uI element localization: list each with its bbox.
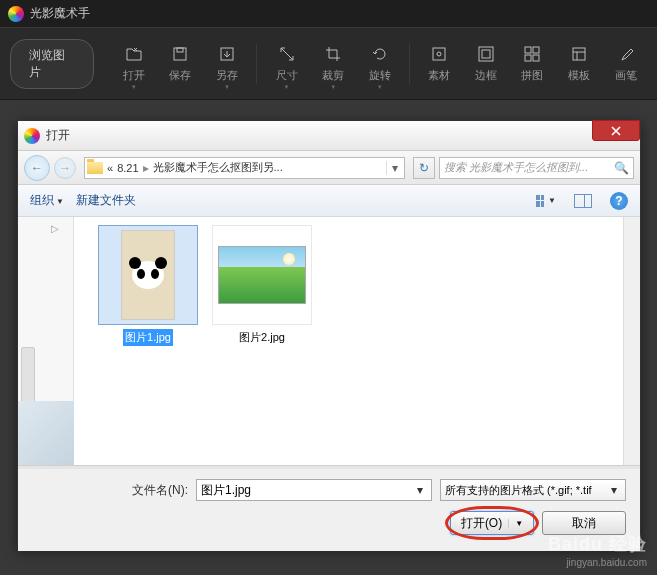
brush-icon (616, 44, 636, 64)
help-button[interactable]: ? (610, 192, 628, 210)
rotate-icon (370, 44, 390, 64)
open-dialog: 打开 ← → « 8.21 ▸ 光影魔术手怎么抠图到另... ▾ ↻ 搜索 光影… (17, 120, 641, 548)
chevron-down-icon: ▼ (131, 84, 137, 90)
close-button[interactable] (592, 120, 640, 141)
view-mode-button[interactable]: ▼ (536, 193, 556, 209)
tool-brush[interactable]: 画笔 (604, 36, 647, 92)
arrow-left-icon: ← (31, 161, 43, 175)
dialog-toolbar: 组织▼ 新建文件夹 ▼ ? (18, 185, 640, 217)
tool-open[interactable]: 打开 ▼ (112, 36, 155, 92)
resize-icon (277, 44, 297, 64)
material-icon (429, 44, 449, 64)
chevron-right-icon: ▸ (143, 161, 149, 175)
save-icon (170, 44, 190, 64)
arrow-right-icon: → (59, 161, 71, 175)
address-dropdown[interactable]: ▾ (386, 161, 402, 175)
close-icon (610, 126, 622, 136)
tool-saveas[interactable]: 另存 ▼ (206, 36, 249, 92)
dialog-title: 打开 (46, 127, 70, 144)
chevron-down-icon[interactable]: ▾ (413, 483, 427, 497)
tool-template[interactable]: 模板 (558, 36, 601, 92)
open-icon (124, 44, 144, 64)
svg-rect-3 (433, 48, 445, 60)
file-item[interactable]: 图片1.jpg (98, 225, 198, 346)
cancel-button[interactable]: 取消 (542, 511, 626, 535)
svg-rect-9 (525, 55, 531, 61)
crop-icon (323, 44, 343, 64)
svg-rect-5 (479, 47, 493, 61)
chevron-down-icon[interactable]: ▼ (508, 519, 523, 528)
folder-tree-panel[interactable]: ▷ (18, 217, 74, 465)
search-placeholder: 搜索 光影魔术手怎么抠图到... (444, 160, 614, 175)
file-list[interactable]: 图片1.jpg 图片2.jpg (74, 217, 623, 465)
main-toolbar: 浏览图片 打开 ▼ 保存 另存 ▼ 尺寸 ▼ 裁剪 ▼ 旋转 ▼ 素材 边框 (0, 28, 657, 100)
chevron-down-icon: ▼ (284, 84, 290, 90)
svg-rect-6 (482, 50, 490, 58)
svg-rect-11 (573, 48, 585, 60)
search-input[interactable]: 搜索 光影魔术手怎么抠图到... 🔍 (439, 157, 634, 179)
image-thumbnail-icon (218, 246, 306, 304)
chevron-down-icon: ▼ (330, 84, 336, 90)
thumbnails-icon (536, 195, 544, 207)
app-title: 光影魔术手 (30, 5, 90, 22)
tool-crop[interactable]: 裁剪 ▼ (312, 36, 355, 92)
filename-input[interactable]: 图片1.jpg ▾ (196, 479, 432, 501)
tool-resize[interactable]: 尺寸 ▼ (265, 36, 308, 92)
open-button[interactable]: 打开(O) ▼ (450, 511, 534, 535)
tool-material[interactable]: 素材 (418, 36, 461, 92)
new-folder-button[interactable]: 新建文件夹 (76, 192, 136, 209)
filetype-filter[interactable]: 所有支持的图片格式 (*.gif; *.tif ▾ (440, 479, 626, 501)
organize-menu[interactable]: 组织▼ (30, 192, 64, 209)
image-thumbnail-icon (121, 230, 175, 320)
file-name: 图片2.jpg (237, 329, 287, 346)
breadcrumb-item[interactable]: 光影魔术手怎么抠图到另... (153, 160, 283, 175)
tree-preview-thumb (18, 401, 74, 465)
border-icon (476, 44, 496, 64)
dialog-logo-icon (24, 128, 40, 144)
template-icon (569, 44, 589, 64)
address-bar[interactable]: « 8.21 ▸ 光影魔术手怎么抠图到另... ▾ (84, 157, 405, 179)
tool-rotate[interactable]: 旋转 ▼ (358, 36, 401, 92)
chevron-down-icon: ▼ (56, 197, 64, 206)
vertical-scrollbar[interactable] (623, 217, 640, 465)
nav-back-button[interactable]: ← (24, 155, 50, 181)
svg-rect-7 (525, 47, 531, 53)
svg-point-4 (437, 52, 441, 56)
file-item[interactable]: 图片2.jpg (212, 225, 312, 346)
collage-icon (522, 44, 542, 64)
refresh-icon: ↻ (419, 161, 429, 175)
search-icon: 🔍 (614, 161, 629, 175)
filename-label: 文件名(N): (132, 482, 188, 499)
app-titlebar: 光影魔术手 (0, 0, 657, 28)
chevron-down-icon: ▼ (548, 196, 556, 205)
app-logo-icon (8, 6, 24, 22)
chevron-down-icon: ▾ (607, 483, 621, 497)
tool-collage[interactable]: 拼图 (511, 36, 554, 92)
tool-border[interactable]: 边框 (465, 36, 508, 92)
breadcrumb-item[interactable]: 8.21 (117, 162, 138, 174)
dialog-content: ▷ 图片1.jpg 图片2.jpg (18, 217, 640, 465)
nav-forward-button[interactable]: → (54, 157, 76, 179)
collapse-icon: ▷ (51, 223, 59, 234)
chevron-down-icon: ▼ (224, 84, 230, 90)
refresh-button[interactable]: ↻ (413, 157, 435, 179)
dialog-footer: 文件名(N): 图片1.jpg ▾ 所有支持的图片格式 (*.gif; *.ti… (18, 469, 640, 551)
svg-rect-10 (533, 55, 539, 61)
tool-save[interactable]: 保存 (159, 36, 202, 92)
saveas-icon (217, 44, 237, 64)
chevron-down-icon: ▼ (377, 84, 383, 90)
preview-pane-button[interactable] (574, 194, 592, 208)
browse-images-button[interactable]: 浏览图片 (10, 39, 94, 89)
dialog-nav: ← → « 8.21 ▸ 光影魔术手怎么抠图到另... ▾ ↻ 搜索 光影魔术手… (18, 151, 640, 185)
folder-icon (87, 162, 103, 174)
svg-rect-1 (177, 48, 183, 52)
svg-rect-8 (533, 47, 539, 53)
svg-rect-0 (174, 48, 186, 60)
file-name: 图片1.jpg (123, 329, 173, 346)
dialog-titlebar[interactable]: 打开 (18, 121, 640, 151)
